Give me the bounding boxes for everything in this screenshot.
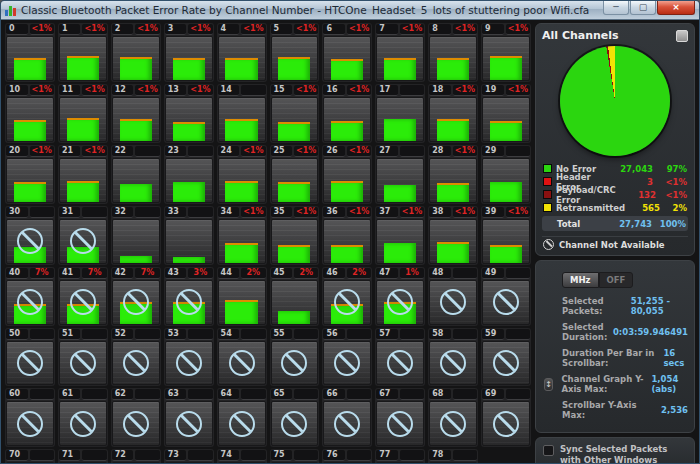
channel-cell-57[interactable]: 57 — [375, 328, 425, 387]
channel-cell-69[interactable]: 69 — [481, 388, 531, 447]
channel-cell-43[interactable]: 433% — [164, 267, 214, 326]
channel-cell-68[interactable]: 68 — [428, 388, 478, 447]
channel-cell-20[interactable]: 20<1% — [5, 145, 55, 204]
channel-bar-graph — [112, 219, 160, 264]
channel-cell-63[interactable]: 63 — [164, 388, 214, 447]
channel-cell-70[interactable]: 70 — [5, 449, 55, 464]
channel-cell-26[interactable]: 26<1% — [322, 145, 372, 204]
duration-per-bar-row: Duration Per Bar in Scrollbar: 16 secs — [562, 348, 688, 368]
channel-not-available-icon — [60, 281, 106, 324]
channel-error-pct: <1% — [294, 207, 318, 218]
titlebar[interactable]: Classic Bluetooth Packet Error Rate by C… — [1, 1, 699, 20]
channel-cell-42[interactable]: 427% — [111, 267, 161, 326]
channel-cell-47[interactable]: 471% — [375, 267, 425, 326]
channel-cell-30[interactable]: 30 — [5, 206, 55, 265]
channel-cell-55[interactable]: 55 — [270, 328, 320, 387]
channel-cell-54[interactable]: 54 — [217, 328, 267, 387]
channel-cell-56[interactable]: 56 — [322, 328, 372, 387]
channel-cell-45[interactable]: 452% — [270, 267, 320, 326]
channel-cell-75[interactable]: 75 — [270, 449, 320, 464]
channel-error-pct — [30, 207, 54, 218]
channel-cell-27[interactable]: 27 — [375, 145, 425, 204]
channel-cell-1[interactable]: 1<1% — [58, 23, 108, 82]
channel-cell-2[interactable]: 2<1% — [111, 23, 161, 82]
channel-error-pct — [30, 450, 54, 461]
channel-cell-17[interactable]: 17 — [375, 84, 425, 143]
channel-cell-15[interactable]: 15<1% — [270, 84, 320, 143]
channel-cell-34[interactable]: 34<1% — [217, 206, 267, 265]
channel-cell-71[interactable]: 71 — [58, 449, 108, 464]
minimize-button[interactable]: ─ — [603, 1, 629, 15]
channel-cell-39[interactable]: 39<1% — [481, 206, 531, 265]
channel-cell-74[interactable]: 74 — [217, 449, 267, 464]
channel-cell-19[interactable]: 19<1% — [481, 84, 531, 143]
channel-cell-61[interactable]: 61 — [58, 388, 108, 447]
channel-cell-51[interactable]: 51 — [58, 328, 108, 387]
channel-number: 4 — [218, 24, 240, 35]
channel-cell-62[interactable]: 62 — [111, 388, 161, 447]
channel-cell-52[interactable]: 52 — [111, 328, 161, 387]
channel-cell-16[interactable]: 16<1% — [322, 84, 372, 143]
channel-cell-65[interactable]: 65 — [270, 388, 320, 447]
channel-cell-4[interactable]: 4<1% — [217, 23, 267, 82]
channel-cell-0[interactable]: 0<1% — [5, 23, 55, 82]
channel-cell-24[interactable]: 24<1% — [217, 145, 267, 204]
channel-cell-23[interactable]: 23 — [164, 145, 214, 204]
channel-cell-22[interactable]: 22 — [111, 145, 161, 204]
channel-cell-7[interactable]: 7<1% — [375, 23, 425, 82]
channel-number: 39 — [482, 207, 504, 218]
panel-options-button[interactable] — [676, 30, 688, 42]
channel-cell-10[interactable]: 10<1% — [5, 84, 55, 143]
channel-cell-31[interactable]: 31 — [58, 206, 108, 265]
channel-number: 49 — [482, 268, 504, 279]
close-button[interactable]: × — [657, 1, 695, 15]
channel-cell-58[interactable]: 58 — [428, 328, 478, 387]
mhz-toggle-button[interactable]: MHz — [562, 272, 599, 288]
channel-cell-50[interactable]: 50 — [5, 328, 55, 387]
channel-cell-40[interactable]: 407% — [5, 267, 55, 326]
channel-cell-78[interactable]: 78 — [428, 449, 478, 464]
channel-cell-37[interactable]: 37<1% — [375, 206, 425, 265]
channel-cell-3[interactable]: 3<1% — [164, 23, 214, 82]
channel-cell-59[interactable]: 59 — [481, 328, 531, 387]
channel-cell-64[interactable]: 64 — [217, 388, 267, 447]
channel-cell-28[interactable]: 28<1% — [428, 145, 478, 204]
channel-cell-21[interactable]: 21<1% — [58, 145, 108, 204]
channel-cell-13[interactable]: 13<1% — [164, 84, 214, 143]
channel-cell-8[interactable]: 8<1% — [428, 23, 478, 82]
channel-cell-76[interactable]: 76 — [322, 449, 372, 464]
channel-cell-12[interactable]: 12<1% — [111, 84, 161, 143]
channel-cell-36[interactable]: 36<1% — [322, 206, 372, 265]
channel-cell-14[interactable]: 14 — [217, 84, 267, 143]
channel-cell-29[interactable]: 29 — [481, 145, 531, 204]
channel-cell-33[interactable]: 33 — [164, 206, 214, 265]
channel-error-pct — [135, 450, 159, 461]
channel-cell-67[interactable]: 67 — [375, 388, 425, 447]
channel-cell-77[interactable]: 77 — [375, 449, 425, 464]
channel-cell-35[interactable]: 35<1% — [270, 206, 320, 265]
channel-bar-graph — [6, 401, 54, 446]
channel-not-available-icon — [272, 402, 318, 445]
channel-cell-18[interactable]: 18<1% — [428, 84, 478, 143]
channel-cell-48[interactable]: 48 — [428, 267, 478, 326]
channel-cell-25[interactable]: 25<1% — [270, 145, 320, 204]
channel-cell-41[interactable]: 417% — [58, 267, 108, 326]
y-axis-scale-button[interactable]: ↕ — [544, 378, 553, 391]
sync-checkbox[interactable] — [543, 445, 554, 456]
channel-cell-49[interactable]: 49 — [481, 267, 531, 326]
channel-cell-60[interactable]: 60 — [5, 388, 55, 447]
channel-cell-53[interactable]: 53 — [164, 328, 214, 387]
channel-cell-73[interactable]: 73 — [164, 449, 214, 464]
channel-cell-5[interactable]: 5<1% — [270, 23, 320, 82]
channel-cell-46[interactable]: 462% — [322, 267, 372, 326]
off-toggle-button[interactable]: OFF — [599, 272, 634, 288]
channel-cell-72[interactable]: 72 — [111, 449, 161, 464]
channel-cell-44[interactable]: 442% — [217, 267, 267, 326]
channel-cell-9[interactable]: 9<1% — [481, 23, 531, 82]
channel-cell-66[interactable]: 66 — [322, 388, 372, 447]
channel-cell-6[interactable]: 6<1% — [322, 23, 372, 82]
channel-cell-32[interactable]: 32 — [111, 206, 161, 265]
maximize-button[interactable]: ▢ — [630, 1, 656, 15]
channel-cell-11[interactable]: 11<1% — [58, 84, 108, 143]
channel-cell-38[interactable]: 38<1% — [428, 206, 478, 265]
